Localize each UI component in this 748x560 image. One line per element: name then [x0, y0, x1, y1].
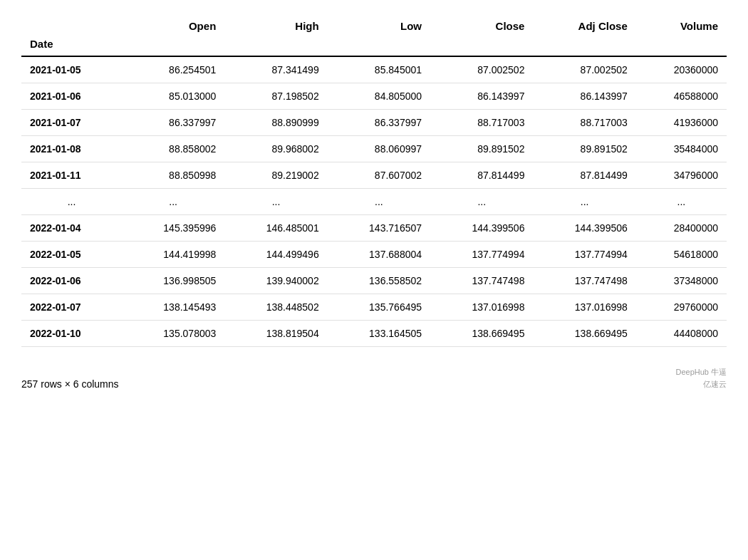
data-table-container: Open High Low Close Adj Close Volume Dat…: [21, 14, 727, 390]
col-header-low: Low: [328, 14, 430, 35]
cell-adj_close: 137.747498: [533, 268, 635, 294]
cell-high: ...: [224, 189, 327, 215]
date-subheader-label: Date: [21, 35, 122, 56]
cell-date: 2021-01-06: [21, 83, 122, 110]
cell-open: 145.395996: [122, 215, 224, 242]
table-row: 2022-01-05144.419998144.499496137.688004…: [21, 242, 727, 268]
cell-adj_close: 87.002502: [533, 56, 635, 83]
cell-low: 88.060997: [328, 136, 430, 162]
table-row: 2021-01-1188.85099889.21900287.60700287.…: [21, 162, 727, 189]
cell-open: ...: [122, 189, 224, 215]
cell-volume: ...: [636, 189, 727, 215]
cell-high: 87.198502: [224, 83, 327, 110]
cell-low: 136.558502: [328, 268, 430, 294]
col-header-volume: Volume: [636, 14, 727, 35]
cell-open: 144.419998: [122, 242, 224, 268]
cell-close: 137.774994: [430, 242, 533, 268]
cell-close: 88.717003: [430, 110, 533, 136]
cell-adj_close: 137.774994: [533, 242, 635, 268]
column-header-row: Open High Low Close Adj Close Volume: [21, 14, 727, 35]
cell-high: 144.499496: [224, 242, 327, 268]
cell-volume: 44408000: [636, 321, 727, 347]
cell-close: 144.399506: [430, 215, 533, 242]
cell-high: 88.890999: [224, 110, 327, 136]
cell-volume: 37348000: [636, 268, 727, 294]
cell-adj_close: ...: [533, 189, 635, 215]
cell-date: 2022-01-10: [21, 321, 122, 347]
cell-open: 135.078003: [122, 321, 224, 347]
table-row: 2022-01-06136.998505139.940002136.558502…: [21, 268, 727, 294]
cell-low: 86.337997: [328, 110, 430, 136]
table-row: 2021-01-0888.85800289.96800288.06099789.…: [21, 136, 727, 162]
cell-close: 86.143997: [430, 83, 533, 110]
cell-high: 146.485001: [224, 215, 327, 242]
cell-adj_close: 89.891502: [533, 136, 635, 162]
cell-date: 2022-01-04: [21, 215, 122, 242]
cell-open: 86.254501: [122, 56, 224, 83]
row-count-summary: 257 rows × 6 columns: [21, 378, 119, 390]
cell-high: 138.448502: [224, 294, 327, 321]
cell-high: 89.219002: [224, 162, 327, 189]
table-row: 2021-01-0786.33799788.89099986.33799788.…: [21, 110, 727, 136]
cell-date: 2022-01-07: [21, 294, 122, 321]
cell-high: 87.341499: [224, 56, 327, 83]
cell-close: 87.814499: [430, 162, 533, 189]
cell-low: ...: [328, 189, 430, 215]
cell-open: 88.858002: [122, 136, 224, 162]
cell-date: ...: [21, 189, 122, 215]
cell-adj_close: 144.399506: [533, 215, 635, 242]
cell-open: 85.013000: [122, 83, 224, 110]
table-row: .....................: [21, 189, 727, 215]
data-table: Open High Low Close Adj Close Volume Dat…: [21, 14, 727, 347]
cell-close: 138.669495: [430, 321, 533, 347]
cell-open: 138.145493: [122, 294, 224, 321]
cell-date: 2022-01-06: [21, 268, 122, 294]
cell-close: ...: [430, 189, 533, 215]
cell-close: 137.016998: [430, 294, 533, 321]
table-row: 2021-01-0685.01300087.19850284.80500086.…: [21, 83, 727, 110]
table-row: 2021-01-0586.25450187.34149985.84500187.…: [21, 56, 727, 83]
watermark: DeepHub 牛逼 亿速云: [675, 367, 727, 390]
col-header-adj-close: Adj Close: [533, 14, 635, 35]
cell-volume: 29760000: [636, 294, 727, 321]
col-header-date: [21, 14, 122, 35]
date-subheader-row: Date: [21, 35, 727, 56]
col-header-close: Close: [430, 14, 533, 35]
cell-adj_close: 86.143997: [533, 83, 635, 110]
cell-low: 135.766495: [328, 294, 430, 321]
cell-close: 137.747498: [430, 268, 533, 294]
table-row: 2022-01-07138.145493138.448502135.766495…: [21, 294, 727, 321]
cell-volume: 34796000: [636, 162, 727, 189]
cell-adj_close: 87.814499: [533, 162, 635, 189]
cell-open: 88.850998: [122, 162, 224, 189]
cell-date: 2021-01-05: [21, 56, 122, 83]
cell-date: 2021-01-07: [21, 110, 122, 136]
cell-volume: 54618000: [636, 242, 727, 268]
cell-adj_close: 88.717003: [533, 110, 635, 136]
cell-high: 139.940002: [224, 268, 327, 294]
cell-volume: 41936000: [636, 110, 727, 136]
watermark-line2: 亿速云: [703, 379, 727, 390]
cell-date: 2021-01-08: [21, 136, 122, 162]
cell-adj_close: 138.669495: [533, 321, 635, 347]
table-footer: 257 rows × 6 columns DeepHub 牛逼 亿速云: [21, 361, 727, 390]
cell-low: 137.688004: [328, 242, 430, 268]
cell-low: 143.716507: [328, 215, 430, 242]
table-body: 2021-01-0586.25450187.34149985.84500187.…: [21, 56, 727, 347]
cell-close: 87.002502: [430, 56, 533, 83]
cell-volume: 28400000: [636, 215, 727, 242]
cell-high: 138.819504: [224, 321, 327, 347]
cell-low: 84.805000: [328, 83, 430, 110]
cell-low: 87.607002: [328, 162, 430, 189]
col-header-high: High: [224, 14, 327, 35]
cell-low: 133.164505: [328, 321, 430, 347]
cell-volume: 46588000: [636, 83, 727, 110]
table-row: 2022-01-04145.395996146.485001143.716507…: [21, 215, 727, 242]
cell-adj_close: 137.016998: [533, 294, 635, 321]
cell-open: 86.337997: [122, 110, 224, 136]
watermark-line1: DeepHub 牛逼: [675, 367, 727, 378]
cell-volume: 20360000: [636, 56, 727, 83]
cell-close: 89.891502: [430, 136, 533, 162]
cell-date: 2021-01-11: [21, 162, 122, 189]
table-row: 2022-01-10135.078003138.819504133.164505…: [21, 321, 727, 347]
